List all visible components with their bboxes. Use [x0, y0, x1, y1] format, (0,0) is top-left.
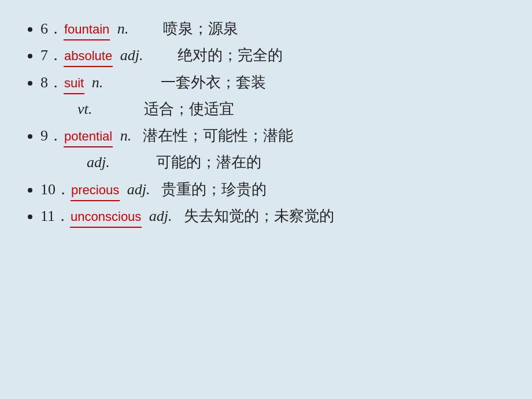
list-item: 6． fountain n. 喷泉；源泉	[40, 17, 509, 40]
word-potential: potential	[64, 127, 113, 147]
pos-8b: vt.	[77, 98, 92, 121]
definition-11: 失去知觉的；未察觉的	[184, 205, 334, 228]
entry-row-9b: adj. 可能的；潜在的	[40, 151, 509, 174]
main-content: 6． fountain n. 喷泉；源泉 7． absolute adj. 绝对…	[23, 17, 509, 231]
item-number-8b	[49, 98, 74, 121]
entry-row-11: 11． unconscious adj. 失去知觉的；未察觉的	[40, 205, 509, 228]
definition-9: 潜在性；可能性；潜能	[143, 124, 293, 147]
pos-7: adj.	[116, 44, 143, 67]
definition-10: 贵重的；珍贵的	[161, 178, 267, 201]
entry-row-9: 9． potential n. 潜在性；可能性；潜能	[40, 124, 509, 147]
item-number-9b	[49, 151, 83, 174]
definition-9b: 可能的；潜在的	[156, 151, 261, 174]
definition-8: 一套外衣；套装	[161, 71, 266, 94]
entry-row-8: 8． suit n. 一套外衣；套装	[40, 71, 509, 94]
definition-7: 绝对的；完全的	[178, 44, 283, 67]
pos-9: n.	[116, 124, 131, 147]
item-number-9: 9．	[40, 124, 64, 147]
word-absolute: absolute	[64, 46, 113, 67]
pos-6: n.	[113, 17, 128, 40]
definition-8b: 适合；使适宜	[144, 98, 234, 121]
item-number-10: 10．	[40, 178, 71, 201]
item-number-7: 7．	[40, 44, 64, 67]
list-item: 9． potential n. 潜在性；可能性；潜能	[40, 124, 509, 147]
list-item: 8． suit n. 一套外衣；套装	[40, 71, 509, 94]
word-fountain: fountain	[64, 20, 110, 40]
item-number-6: 6．	[40, 17, 64, 40]
vocabulary-list: 6． fountain n. 喷泉；源泉 7． absolute adj. 绝对…	[23, 17, 509, 228]
list-item: adj. 可能的；潜在的	[40, 151, 509, 174]
list-item: vt. 适合；使适宜	[40, 98, 509, 121]
word-precious: precious	[71, 180, 120, 201]
entry-row-7: 7． absolute adj. 绝对的；完全的	[40, 44, 509, 67]
word-suit: suit	[64, 73, 84, 94]
item-number-11: 11．	[40, 205, 70, 228]
entry-row-10: 10． precious adj. 贵重的；珍贵的	[40, 178, 509, 201]
item-number-8: 8．	[40, 71, 64, 94]
pos-8: n.	[88, 71, 103, 94]
list-item: 10． precious adj. 贵重的；珍贵的	[40, 178, 509, 201]
entry-row-6: 6． fountain n. 喷泉；源泉	[40, 17, 509, 40]
definition-6: 喷泉；源泉	[163, 17, 238, 40]
pos-10: adj.	[123, 178, 150, 201]
entry-row-8b: vt. 适合；使适宜	[40, 98, 509, 121]
list-item: 11． unconscious adj. 失去知觉的；未察觉的	[40, 205, 509, 228]
list-item: 7． absolute adj. 绝对的；完全的	[40, 44, 509, 67]
pos-11: adj.	[145, 205, 172, 228]
word-unconscious: unconscious	[70, 207, 142, 228]
pos-9b: adj.	[87, 151, 110, 174]
